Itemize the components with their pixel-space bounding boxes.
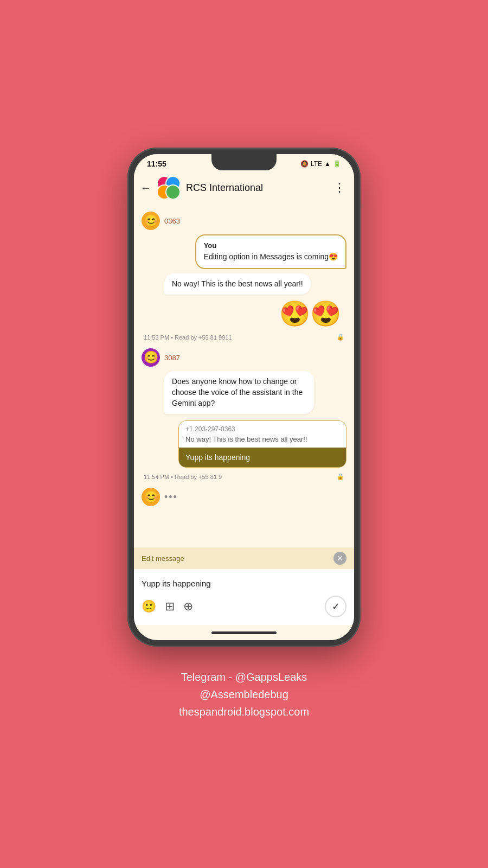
- phone-body: 11:55 🔕 LTE ▲ 🔋 ← RCS International: [127, 148, 361, 647]
- typing-row: 😊 •••: [142, 488, 346, 506]
- phone-screen: 11:55 🔕 LTE ▲ 🔋 ← RCS International: [134, 154, 354, 640]
- attribution-line-1: Telegram - @GappsLeaks: [179, 668, 309, 686]
- lock-icon-2: 🔒: [337, 473, 344, 480]
- app-header: ← RCS International ⋮: [134, 171, 354, 204]
- signal-bars: ▲: [324, 160, 331, 168]
- avatar-other-3087: 😊: [142, 348, 160, 367]
- phone-device: 11:55 🔕 LTE ▲ 🔋 ← RCS International: [127, 148, 361, 647]
- back-button[interactable]: ←: [140, 182, 151, 194]
- home-indicator: [134, 625, 354, 640]
- input-action-icons: 🙂 ⊞ ⊕: [142, 599, 193, 614]
- avatar-self: 😊: [142, 212, 160, 230]
- self-message-text-1: Editing option in Messages is coming😍: [204, 252, 338, 261]
- emoji-reaction-row: 😍 😍: [142, 299, 346, 328]
- sender-name-0363: 0363: [164, 217, 180, 225]
- chat-title: RCS International: [186, 182, 328, 194]
- typing-dots: •••: [164, 492, 178, 503]
- other-bubble-1: No way! This is the best news all year!!: [164, 273, 311, 295]
- send-button[interactable]: ✓: [325, 596, 346, 617]
- input-actions: 🙂 ⊞ ⊕ ✓: [142, 592, 346, 617]
- lock-icon-1: 🔒: [337, 334, 344, 341]
- lte-label: LTE: [311, 160, 322, 168]
- media-button[interactable]: ⊞: [165, 599, 175, 614]
- timestamp-1: 11:53 PM • Read by +55 81 9911 🔒: [142, 333, 346, 342]
- phone-notch: [211, 154, 277, 170]
- sender-label-row-1: 😊 0363: [142, 212, 346, 230]
- reply-block: +1 203-297-0363 No way! This is the best…: [178, 420, 346, 468]
- emoji-2: 😍: [310, 299, 341, 328]
- reply-block-top: +1 203-297-0363 No way! This is the best…: [179, 421, 346, 448]
- timestamp-text-1: 11:53 PM • Read by +55 81 9911: [144, 334, 232, 341]
- attribution: Telegram - @GappsLeaks @Assembledebug th…: [179, 668, 309, 720]
- home-bar: [211, 631, 277, 634]
- add-button[interactable]: ⊕: [183, 599, 193, 614]
- reply-main-text: Yupp its happening: [179, 448, 346, 467]
- signal-icon: 🔕: [300, 160, 309, 168]
- input-area: 🙂 ⊞ ⊕ ✓: [134, 569, 354, 625]
- chat-area: 😊 0363 You Editing option in Messages is…: [134, 204, 354, 547]
- message-self-1: You Editing option in Messages is coming…: [142, 234, 346, 269]
- edit-bar: Edit message ✕: [134, 547, 354, 569]
- reply-reference-text: No way! This is the best news all year!!: [185, 435, 339, 443]
- avatar-4: [165, 184, 181, 200]
- emoji-1: 😍: [279, 299, 310, 328]
- other-message-text-1: No way! This is the best news all year!!: [172, 279, 303, 288]
- message-other-inline-1: No way! This is the best news all year!!: [142, 273, 346, 295]
- sender-name-3087: 3087: [164, 354, 180, 362]
- edit-close-button[interactable]: ✕: [333, 552, 346, 565]
- sender-label-row-2: 😊 3087: [142, 348, 346, 367]
- group-avatar-cluster: [157, 176, 181, 200]
- self-bubble-1: You Editing option in Messages is coming…: [195, 234, 346, 269]
- status-icons: 🔕 LTE ▲ 🔋: [300, 160, 341, 168]
- avatar-typing-icon: 😊: [144, 490, 158, 504]
- avatar-self-icon: 😊: [144, 214, 158, 228]
- timestamp-text-2: 11:54 PM • Read by +55 81 9: [144, 474, 222, 480]
- battery-icon: 🔋: [333, 160, 341, 168]
- emoji-button[interactable]: 🙂: [142, 599, 156, 614]
- avatar-other-icon: 😊: [144, 350, 158, 365]
- message-other-2: Does anyone know how to change or choose…: [142, 371, 346, 414]
- attribution-line-3: thespandroid.blogspot.com: [179, 703, 309, 720]
- other-bubble-2: Does anyone know how to change or choose…: [164, 371, 314, 414]
- other-message-text-2: Does anyone know how to change or choose…: [172, 377, 303, 407]
- message-input[interactable]: [142, 575, 346, 592]
- you-label: You: [204, 241, 338, 251]
- status-time: 11:55: [147, 159, 166, 168]
- more-options-button[interactable]: ⋮: [333, 181, 345, 195]
- timestamp-2: 11:54 PM • Read by +55 81 9 🔒: [142, 472, 346, 481]
- attribution-line-2: @Assembledebug: [179, 686, 309, 703]
- reply-reference-phone: +1 203-297-0363: [185, 425, 339, 433]
- edit-bar-label: Edit message: [142, 554, 184, 563]
- avatar-typing: 😊: [142, 488, 160, 506]
